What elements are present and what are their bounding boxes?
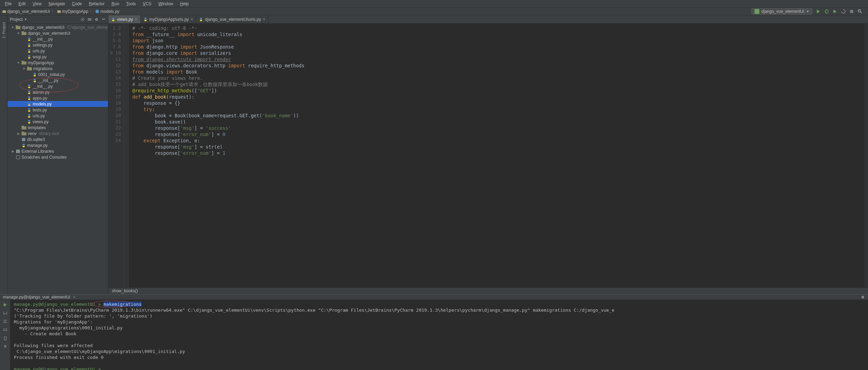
menu-help[interactable]: Help (177, 1, 192, 7)
tree-row[interactable]: db.sqlite3 (8, 136, 108, 142)
tree-row[interactable]: __init__.py (8, 83, 108, 89)
close-icon[interactable]: × (263, 17, 266, 22)
debug-icon[interactable] (824, 9, 829, 14)
rerun-icon[interactable] (2, 302, 8, 308)
tree-row[interactable]: models.py (8, 101, 108, 107)
tree-row[interactable]: settings.py (8, 42, 108, 48)
tree-item-label: django_vue_elementUi (28, 31, 70, 36)
svg-rect-33 (16, 155, 20, 159)
editor-tab[interactable]: views.py× (108, 15, 141, 23)
python-file-icon (33, 73, 37, 77)
stop-icon[interactable] (849, 9, 854, 14)
tree-row[interactable]: views.py (8, 119, 108, 125)
breadcrumb-segment[interactable]: django_vue_elementUi (2, 9, 50, 14)
tree-row[interactable]: migrations (8, 66, 108, 72)
python-file-icon (27, 84, 31, 89)
menu-edit[interactable]: Edit (16, 1, 28, 7)
close-icon[interactable]: ✕ (2, 344, 8, 349)
console-toolbar: ✕ (0, 300, 10, 370)
svg-marker-4 (817, 9, 820, 13)
trash-icon[interactable] (2, 335, 8, 341)
hide-icon[interactable] (101, 17, 106, 22)
tree-row[interactable]: venvlibrary root (8, 131, 108, 136)
menu-refactor[interactable]: Refactor (86, 1, 107, 7)
svg-point-34 (862, 296, 863, 298)
locate-icon[interactable] (80, 17, 85, 22)
close-icon[interactable]: × (191, 17, 193, 22)
soft-wrap-icon[interactable] (2, 319, 8, 324)
line-number-gutter[interactable]: 1 2 3 4 5 6 7 8 9 10 11 12 13 14 15 16 1… (108, 24, 124, 287)
run-icon[interactable] (816, 9, 821, 14)
console-output[interactable]: manage.py@django_vue_elementUi > makemig… (10, 300, 868, 370)
project-tool-tab[interactable]: 1: Project (2, 22, 6, 38)
tree-item-label: views.py (33, 119, 49, 124)
tree-row[interactable]: 0001_initial.py (8, 72, 108, 77)
search-icon[interactable] (858, 9, 862, 14)
run-tab-label[interactable]: manage.py@django_vue_elementUi (3, 295, 70, 300)
menu-run[interactable]: Run (109, 1, 122, 7)
tree-row[interactable]: manage.py (8, 142, 108, 148)
fold-gutter[interactable] (124, 24, 129, 287)
menu-vcs[interactable]: VCS (140, 1, 154, 7)
tree-row[interactable]: myDjangoApp (8, 60, 108, 66)
tree-row[interactable]: External Libraries (8, 148, 108, 154)
chevron-down-icon[interactable]: ▼ (24, 18, 27, 21)
tree-item-label: migrations (33, 66, 52, 71)
menu-navigate[interactable]: Navigate (46, 1, 68, 7)
run-with-coverage-icon[interactable] (833, 9, 837, 14)
tree-row[interactable]: urls.py (8, 113, 108, 119)
tree-item-label: venv (28, 131, 36, 136)
expand-arrow-icon[interactable] (17, 61, 20, 65)
code-editor[interactable]: # -*- coding: utf-8 -*-from __future__ i… (129, 24, 864, 287)
scroll-to-end-icon[interactable] (2, 310, 8, 316)
breadcrumb-segment[interactable]: myDjangoApp (57, 9, 88, 14)
restart-icon[interactable] (841, 9, 846, 14)
editor-tab[interactable]: myDjangoApp\urls.py× (141, 15, 197, 23)
project-tree[interactable]: django_vue_elementUiC:\django_vue_elemen… (8, 24, 108, 294)
folder-icon (16, 25, 20, 30)
python-file-icon (111, 17, 115, 22)
tree-row[interactable]: Scratches and Consoles (8, 154, 108, 160)
menu-window[interactable]: Window (156, 1, 176, 7)
menu-tools[interactable]: Tools (123, 1, 139, 7)
library-icon (16, 149, 20, 153)
expand-arrow-icon[interactable] (17, 32, 20, 35)
expand-arrow-icon[interactable] (11, 150, 15, 153)
expand-arrow-icon[interactable] (11, 26, 14, 29)
menu-code[interactable]: Code (69, 1, 85, 7)
close-icon[interactable]: × (135, 17, 137, 22)
tree-item-label: django_vue_elementUi (22, 25, 65, 30)
gear-icon[interactable] (860, 295, 865, 300)
menu-file[interactable]: File (2, 1, 14, 7)
error-stripe[interactable] (864, 24, 868, 287)
expand-arrow-icon[interactable] (17, 132, 20, 135)
menu-view[interactable]: View (30, 1, 44, 7)
svg-rect-24 (27, 67, 29, 68)
tree-row[interactable]: django_vue_elementUi (8, 30, 108, 36)
tree-row[interactable]: apps.py (8, 95, 108, 101)
python-file-icon (22, 143, 26, 148)
tree-row[interactable]: __init__.py (8, 77, 108, 83)
tree-item-label: db.sqlite3 (27, 137, 45, 142)
breadcrumb-segment[interactable]: models.py (95, 9, 119, 14)
python-file-icon (27, 108, 31, 112)
print-icon[interactable] (2, 327, 8, 333)
tree-row[interactable]: templates (8, 125, 108, 131)
tree-row[interactable]: wsgi.py (8, 54, 108, 60)
run-configuration-selector[interactable]: django_vue_elementUi ▼ (751, 8, 812, 15)
editor-tab[interactable]: django_vue_elementUi\urls.py× (196, 15, 268, 23)
tree-row[interactable]: __init__.py (8, 36, 108, 42)
tree-item-label: admin.py (33, 90, 50, 95)
gear-icon[interactable] (94, 17, 99, 22)
tree-row[interactable]: admin.py (8, 89, 108, 95)
tree-row[interactable]: tests.py (8, 107, 108, 113)
editor-tabs: views.py×myDjangoApp\urls.py×django_vue_… (108, 15, 868, 24)
tree-row[interactable]: django_vue_elementUiC:\django_vue_elemen… (8, 24, 108, 30)
run-config-label: django_vue_elementUi (761, 9, 804, 14)
expand-arrow-icon[interactable] (22, 67, 26, 70)
tree-row[interactable]: urls.py (8, 48, 108, 54)
scratch-icon (16, 155, 20, 159)
close-icon[interactable]: × (73, 295, 75, 300)
code-breadcrumb[interactable]: show_books() (108, 287, 868, 294)
collapse-all-icon[interactable] (87, 17, 92, 22)
